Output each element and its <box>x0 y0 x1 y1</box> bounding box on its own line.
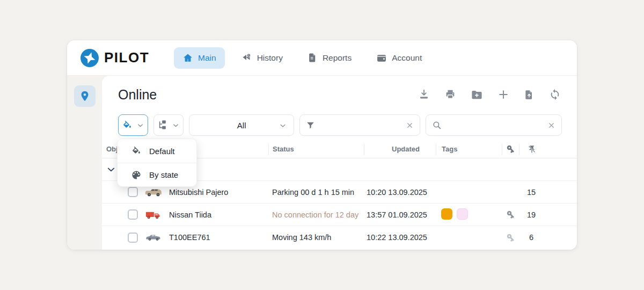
object-cell: Nissan Tiida <box>102 209 268 220</box>
tab-main[interactable]: Main <box>174 47 225 69</box>
brand-name: PILOT <box>104 49 149 66</box>
car-icon <box>144 234 163 242</box>
pin-off-icon <box>528 145 536 154</box>
filter-row: All <box>118 113 562 137</box>
truck-icon <box>144 210 163 220</box>
access-cell <box>502 210 519 219</box>
clear-icon[interactable] <box>406 121 414 129</box>
file-import-icon[interactable] <box>524 89 535 100</box>
map-pin-icon <box>79 90 91 102</box>
history-icon <box>241 52 252 63</box>
tree-icon <box>157 120 168 130</box>
paint-bucket-icon <box>131 146 142 156</box>
chevron-down-icon <box>172 121 180 129</box>
table-row[interactable]: Nissan Tiida No connection for 12 day 13… <box>102 204 577 226</box>
updated-cell: 10:22 13.09.2025 <box>364 233 436 242</box>
search-input[interactable] <box>446 121 543 129</box>
folder-add-icon[interactable] <box>471 89 483 101</box>
tab-reports-label: Reports <box>323 53 352 63</box>
toolbar <box>418 89 561 101</box>
updated-cell: 13:57 01.09.2025 <box>364 211 436 219</box>
status-cell: No connection for 12 day <box>268 211 364 219</box>
object-count: 6 <box>529 233 533 242</box>
chevron-down-icon <box>136 121 144 129</box>
grouping-button[interactable] <box>153 114 184 136</box>
plus-icon[interactable] <box>497 89 509 100</box>
menu-item-default[interactable]: Default <box>118 139 196 163</box>
tab-reports[interactable]: Reports <box>299 47 360 69</box>
access-cell <box>502 233 519 242</box>
title-row: Online <box>102 76 577 113</box>
column-pinned[interactable] <box>519 143 544 155</box>
search-icon <box>432 120 442 130</box>
tag-filter-box <box>299 114 420 136</box>
menu-item-by-state[interactable]: By state <box>118 163 196 186</box>
tag-chip[interactable] <box>441 208 452 220</box>
tab-history-label: History <box>257 53 283 63</box>
row-checkbox[interactable] <box>128 187 138 197</box>
chevron-down-icon[interactable] <box>106 165 116 175</box>
brand-logo: PILOT <box>80 48 149 68</box>
object-cell: T100EE761 <box>102 233 268 243</box>
object-cell: Mitsubishi Pajero <box>102 187 268 197</box>
object-type-select-value: All <box>237 121 246 130</box>
column-tags[interactable]: Tags <box>436 143 502 155</box>
status-cell: Moving 143 km/h <box>268 233 364 242</box>
reports-icon <box>308 53 318 63</box>
key-icon <box>506 210 515 219</box>
object-type-select[interactable]: All <box>189 114 294 136</box>
pinned-cell: 15 <box>519 188 544 197</box>
map-pin-button[interactable] <box>74 85 96 107</box>
chevron-down-icon <box>279 121 287 130</box>
home-icon <box>182 53 193 63</box>
tab-main-label: Main <box>198 53 216 63</box>
pinned-cell: 19 <box>519 211 544 219</box>
main-nav: Main History <box>174 47 430 69</box>
refresh-icon[interactable] <box>549 89 561 100</box>
color-mode-menu: Default By state <box>117 139 197 187</box>
column-access[interactable] <box>502 143 519 155</box>
app-window: PILOT Main <box>67 40 577 250</box>
pilot-logo-icon <box>80 48 99 68</box>
tab-account-label: Account <box>392 53 422 63</box>
row-checkbox[interactable] <box>128 233 138 243</box>
row-checkbox[interactable] <box>128 209 138 220</box>
tags-cell <box>436 208 502 221</box>
menu-item-label: Default <box>149 147 175 156</box>
tab-account[interactable]: Account <box>368 47 430 69</box>
print-icon[interactable] <box>444 89 456 100</box>
search-box <box>426 114 562 136</box>
wallet-icon <box>376 53 387 63</box>
palette-icon <box>131 170 142 180</box>
side-rail <box>67 76 102 250</box>
menu-item-label: By state <box>149 170 178 179</box>
status-cell: Parking 00 d 1 h 15 min <box>268 188 364 197</box>
funnel-icon <box>306 121 315 130</box>
object-name: Mitsubishi Pajero <box>169 188 228 197</box>
column-updated[interactable]: Updated <box>364 143 436 155</box>
object-count: 19 <box>527 211 536 219</box>
object-count: 15 <box>527 188 536 197</box>
tab-history[interactable]: History <box>232 47 291 69</box>
pinned-cell: 6 <box>519 233 544 242</box>
key-icon <box>506 233 515 242</box>
paint-bucket-icon <box>122 120 133 130</box>
key-icon <box>506 144 515 154</box>
download-icon[interactable] <box>418 89 430 100</box>
column-status[interactable]: Status <box>268 143 364 155</box>
object-name: Nissan Tiida <box>169 211 211 219</box>
page-title: Online <box>118 87 157 103</box>
clear-icon[interactable] <box>547 121 555 129</box>
top-navbar: PILOT Main <box>67 40 577 76</box>
object-name: T100EE761 <box>169 233 210 242</box>
tag-chip[interactable] <box>457 208 468 220</box>
suv-icon <box>144 187 163 197</box>
tag-filter-input[interactable] <box>319 121 401 129</box>
updated-cell: 10:20 13.09.2025 <box>364 188 436 197</box>
color-mode-button[interactable] <box>118 114 148 136</box>
table-row[interactable]: T100EE761 Moving 143 km/h 10:22 13.09.20… <box>102 226 577 249</box>
